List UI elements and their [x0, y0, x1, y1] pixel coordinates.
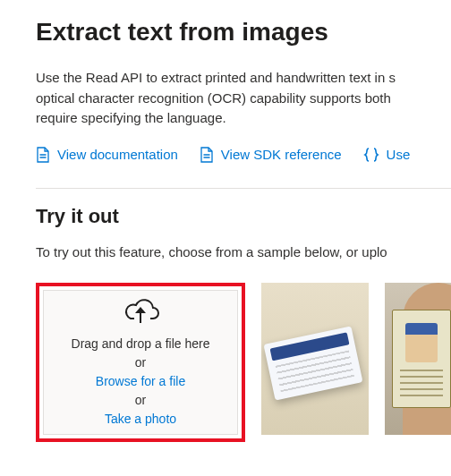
dropzone-text: Drag and drop a file here — [72, 335, 210, 353]
dropzone-text: or — [135, 391, 146, 410]
sample-image[interactable] — [385, 283, 451, 435]
dropzone-text: or — [135, 353, 146, 372]
divider — [36, 188, 451, 189]
link-label: View SDK reference — [221, 147, 342, 162]
page-title: Extract text from images — [36, 18, 451, 47]
desc-line: require specifying the language. — [36, 110, 226, 125]
links-row: View documentation View SDK reference Us… — [36, 147, 451, 163]
view-documentation-link[interactable]: View documentation — [36, 147, 178, 163]
document-icon — [36, 147, 50, 163]
link-label: View documentation — [57, 147, 178, 162]
desc-line: Use the Read API to extract printed and … — [36, 70, 396, 85]
sample-image[interactable] — [261, 283, 369, 435]
cloud-upload-icon — [121, 296, 160, 327]
link-label: Use — [387, 147, 411, 162]
view-sdk-reference-link[interactable]: View SDK reference — [200, 147, 342, 163]
take-photo-link[interactable]: Take a photo — [105, 410, 176, 429]
browse-file-link[interactable]: Browse for a file — [96, 372, 185, 391]
document-icon — [200, 147, 214, 163]
use-link[interactable]: Use — [363, 147, 411, 162]
tryout-sub: To try out this feature, choose from a s… — [36, 244, 451, 259]
tryout-heading: Try it out — [36, 205, 451, 228]
braces-icon — [363, 148, 379, 162]
dropzone-highlight: Drag and drop a file here or Browse for … — [36, 283, 245, 442]
gallery: Drag and drop a file here or Browse for … — [36, 283, 451, 442]
upload-dropzone[interactable]: Drag and drop a file here or Browse for … — [43, 290, 238, 435]
description: Use the Read API to extract printed and … — [36, 68, 451, 129]
desc-line: optical character recognition (OCR) capa… — [36, 90, 391, 106]
